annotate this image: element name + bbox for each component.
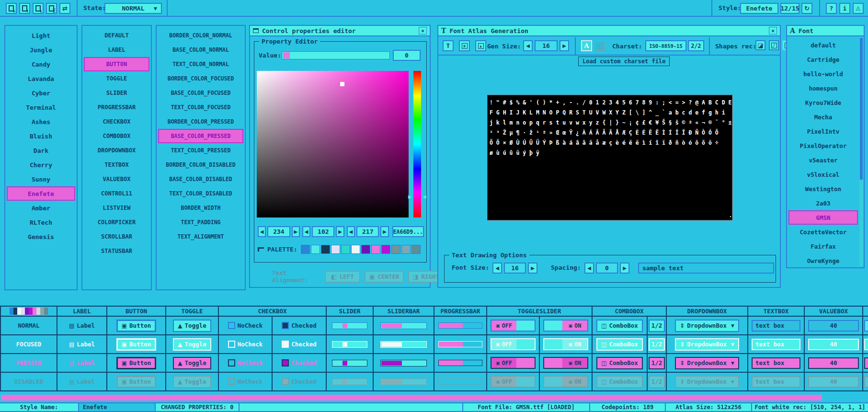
- font-atlas-preview[interactable]: ! " # $ % & ' ( ) * + , - . / 0 1 2 3 4 …: [487, 95, 732, 220]
- align-center-button[interactable]: ▣CENTER: [365, 271, 404, 283]
- list-item-hello-world[interactable]: hello-world: [788, 67, 858, 81]
- list-item-border-width[interactable]: BORDER_WIDTH: [158, 201, 243, 215]
- info-button[interactable]: i: [839, 3, 850, 14]
- combobox-sample[interactable]: ◫ComboBox: [596, 376, 643, 388]
- toggleslider-on[interactable]: ▣ON: [543, 320, 588, 332]
- color-swatch[interactable]: [29, 308, 33, 315]
- blue-decrease-button[interactable]: ◀: [347, 226, 355, 237]
- color-swatch[interactable]: [411, 245, 421, 254]
- sliderbar-sample[interactable]: [380, 322, 427, 329]
- red-decrease-button[interactable]: ◀: [258, 226, 266, 237]
- list-item-border-color-focused[interactable]: BORDER_COLOR_FOCUSED: [158, 71, 243, 86]
- toggle-sample[interactable]: ▲Toggle: [173, 338, 211, 351]
- list-item-ashes[interactable]: Ashes: [7, 114, 75, 129]
- export-atlas-image-button[interactable]: ▴: [475, 40, 486, 51]
- list-item-v5loxical[interactable]: v5loxical: [788, 167, 858, 182]
- list-item-dropdownbox[interactable]: DROPDOWNBOX: [84, 143, 149, 158]
- valuebox-sample[interactable]: 40: [808, 339, 859, 350]
- spacing-decrease-button[interactable]: ◀: [584, 263, 594, 274]
- list-item-westington[interactable]: Westington: [788, 182, 858, 196]
- color-swatch[interactable]: [301, 245, 310, 254]
- button-sample[interactable]: ▣Button: [116, 376, 157, 388]
- font-size-decrease-button[interactable]: ◀: [492, 263, 502, 274]
- list-item-mecha[interactable]: Mecha: [788, 110, 858, 124]
- toggle-sample[interactable]: ▲Toggle: [173, 320, 211, 332]
- blue-value[interactable]: 217: [356, 226, 379, 237]
- sliderbar-sample[interactable]: [380, 378, 427, 385]
- list-item-slider[interactable]: SLIDER: [84, 86, 149, 100]
- button-sample[interactable]: ▣Button: [116, 338, 157, 351]
- list-item-candy[interactable]: Candy: [7, 57, 75, 71]
- spacing-value[interactable]: 0: [596, 263, 618, 274]
- valuebox-sample[interactable]: 40: [808, 376, 859, 388]
- random-style-button[interactable]: ⇄: [59, 3, 70, 14]
- list-item-scrollbar[interactable]: SCROLLBAR: [84, 229, 149, 244]
- combobox-counter[interactable]: 1/2: [649, 376, 665, 388]
- list-item-control11[interactable]: CONTROL11: [84, 186, 149, 201]
- red-value[interactable]: 234: [267, 226, 290, 237]
- color-swatch[interactable]: [371, 245, 380, 254]
- scrollbar-slider[interactable]: [860, 38, 863, 180]
- list-item-fairfax[interactable]: Fairfax: [788, 239, 858, 253]
- checkbox-checked[interactable]: [282, 341, 289, 348]
- font-panel-titlebar[interactable]: A Font: [787, 26, 864, 36]
- combobox-counter[interactable]: 1/2: [649, 320, 665, 332]
- toggleslider-off[interactable]: ▣OFF: [491, 376, 536, 388]
- sliderbar-sample[interactable]: [380, 341, 427, 348]
- list-item-text-padding[interactable]: TEXT_PADDING: [158, 215, 243, 229]
- font-atlas-titlebar[interactable]: T Font Atlas Generation ×: [438, 26, 780, 36]
- list-item-v5easter[interactable]: v5easter: [788, 153, 858, 167]
- toggle-sample[interactable]: ▲Toggle: [173, 376, 211, 388]
- list-item-default[interactable]: default: [788, 38, 858, 52]
- combobox-counter[interactable]: 1/2: [649, 357, 665, 369]
- clear-atlas-button[interactable]: x: [459, 40, 470, 51]
- combobox-counter[interactable]: 1/2: [649, 338, 665, 351]
- list-item-kyrou7wide[interactable]: Kyrou7Wide: [788, 95, 858, 110]
- color-swatch[interactable]: [33, 308, 36, 315]
- textbox-sample[interactable]: text box: [752, 376, 800, 388]
- list-item-bluish[interactable]: Bluish: [7, 129, 75, 143]
- list-item-text-color-pressed[interactable]: TEXT_COLOR_PRESSED: [158, 143, 243, 158]
- load-charset-button[interactable]: A: [581, 40, 592, 51]
- dropdownbox-sample[interactable]: ⇕DropdownBox▼: [675, 376, 739, 388]
- hue-bar[interactable]: ▶ ◀: [413, 71, 421, 217]
- color-swatch[interactable]: [25, 308, 29, 315]
- list-item-gmsn[interactable]: GMSN: [788, 210, 858, 225]
- toggleslider-on[interactable]: ▣ON: [543, 338, 588, 350]
- color-swatch[interactable]: [36, 308, 40, 315]
- list-item-sunny[interactable]: Sunny: [7, 172, 75, 186]
- blue-increase-button[interactable]: ▶: [380, 226, 388, 237]
- toggleslider-off[interactable]: ▣OFF: [491, 320, 536, 332]
- list-item-toggle[interactable]: TOGGLE: [84, 71, 149, 86]
- help-button[interactable]: ?: [826, 3, 837, 14]
- list-item-cherry[interactable]: Cherry: [7, 158, 75, 172]
- list-item-genesis[interactable]: Genesis: [7, 229, 75, 244]
- color-swatch[interactable]: [10, 308, 13, 315]
- sample-text-input[interactable]: sample text: [638, 263, 774, 274]
- dropdownbox-sample[interactable]: ⇕DropdownBox▼: [675, 338, 739, 351]
- list-item-textbox[interactable]: TEXTBOX: [84, 158, 149, 172]
- list-item-light[interactable]: Light: [7, 28, 75, 43]
- list-item-default[interactable]: DEFAULT: [84, 28, 149, 43]
- color-swatch[interactable]: [351, 245, 360, 254]
- button-sample[interactable]: ▣Button: [116, 357, 157, 369]
- list-item-lavanda[interactable]: Lavanda: [7, 71, 75, 86]
- font-size-value[interactable]: 16: [504, 263, 526, 274]
- list-item-base-color-pressed[interactable]: BASE_COLOR_PRESSED: [158, 129, 243, 143]
- color-swatch[interactable]: [331, 245, 340, 254]
- checkbox-unchecked[interactable]: [228, 341, 235, 348]
- slider-sample[interactable]: [332, 378, 368, 385]
- value-slider[interactable]: [282, 51, 390, 59]
- checkbox-unchecked[interactable]: [228, 378, 235, 385]
- green-value[interactable]: 102: [312, 226, 334, 237]
- slider-handle[interactable]: [343, 342, 347, 347]
- toggleslider-on[interactable]: ▣ON: [543, 376, 588, 388]
- list-item-listview[interactable]: LISTVIEW: [84, 201, 149, 215]
- charset-value-box[interactable]: ISO-8859-15: [645, 40, 686, 51]
- color-swatch[interactable]: [17, 308, 21, 315]
- clear-charset-button[interactable]: x: [595, 41, 605, 51]
- green-decrease-button[interactable]: ◀: [302, 226, 310, 237]
- checkbox-checked[interactable]: [282, 359, 289, 366]
- green-increase-button[interactable]: ▶: [336, 226, 344, 237]
- font-list-scrollbar[interactable]: [859, 37, 863, 266]
